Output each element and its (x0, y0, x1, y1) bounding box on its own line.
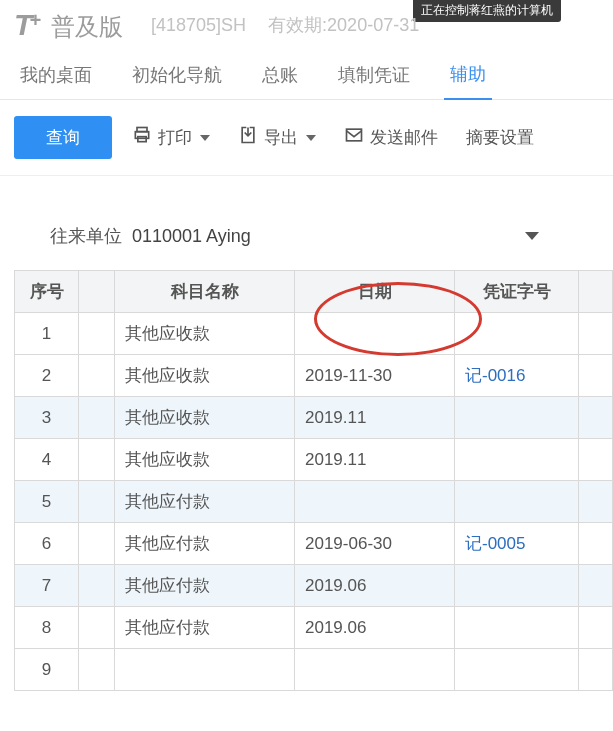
cell-name: 其他应付款 (115, 565, 295, 607)
cell-gap (79, 607, 115, 649)
cell-gap (79, 523, 115, 565)
cell-voucher (455, 607, 579, 649)
cell-voucher (455, 313, 579, 355)
summary-label: 摘要设置 (466, 126, 534, 149)
brand-name: 普及版 (51, 11, 123, 43)
chevron-down-icon (306, 135, 316, 141)
cell-voucher (455, 565, 579, 607)
cell-date: 2019-11-30 (295, 355, 455, 397)
send-mail-label: 发送邮件 (370, 126, 438, 149)
cell-name: 其他应收款 (115, 355, 295, 397)
cell-edge (579, 355, 613, 397)
print-label: 打印 (158, 126, 192, 149)
send-mail-button[interactable]: 发送邮件 (336, 119, 446, 156)
tab-auxiliary[interactable]: 辅助 (444, 50, 492, 100)
col-date[interactable]: 日期 (295, 271, 455, 313)
cell-name: 其他应收款 (115, 439, 295, 481)
table-row[interactable]: 9 (15, 649, 613, 691)
table-row[interactable]: 1其他应收款 (15, 313, 613, 355)
brand-logo: T + 普及版 (14, 8, 123, 43)
summary-setting-button[interactable]: 摘要设置 (458, 120, 542, 155)
cell-voucher[interactable]: 记-0005 (455, 523, 579, 565)
col-gap (79, 271, 115, 313)
cell-seq: 6 (15, 523, 79, 565)
tab-init-guide[interactable]: 初始化导航 (126, 51, 228, 99)
cell-date: 2019.06 (295, 607, 455, 649)
cell-gap (79, 481, 115, 523)
cell-seq: 2 (15, 355, 79, 397)
mail-icon (344, 125, 364, 150)
cell-voucher (455, 439, 579, 481)
chevron-down-icon (200, 135, 210, 141)
table-row[interactable]: 7其他应付款2019.06 (15, 565, 613, 607)
cell-date: 2019.11 (295, 439, 455, 481)
cell-date: 2019.11 (295, 397, 455, 439)
cell-date: 2019.06 (295, 565, 455, 607)
svg-rect-3 (347, 129, 362, 141)
print-button[interactable]: 打印 (124, 119, 218, 156)
cell-edge (579, 439, 613, 481)
tab-desktop[interactable]: 我的桌面 (14, 51, 98, 99)
filter-row: 往来单位 0110001 Aying (0, 176, 613, 262)
table-row[interactable]: 5其他应付款 (15, 481, 613, 523)
cell-seq: 1 (15, 313, 79, 355)
cell-seq: 5 (15, 481, 79, 523)
voucher-link[interactable]: 记-0005 (465, 534, 525, 553)
col-name[interactable]: 科目名称 (115, 271, 295, 313)
cell-gap (79, 397, 115, 439)
export-label: 导出 (264, 126, 298, 149)
cell-seq: 7 (15, 565, 79, 607)
chevron-down-icon[interactable] (525, 232, 539, 240)
table-row[interactable]: 2其他应收款2019-11-30记-0016 (15, 355, 613, 397)
cell-name: 其他应付款 (115, 481, 295, 523)
cell-name: 其他应付款 (115, 523, 295, 565)
voucher-link[interactable]: 记-0016 (465, 366, 525, 385)
cell-seq: 4 (15, 439, 79, 481)
table-header-row: 序号 科目名称 日期 凭证字号 (15, 271, 613, 313)
cell-date (295, 481, 455, 523)
table-row[interactable]: 3其他应收款2019.11 (15, 397, 613, 439)
cell-date: 2019-06-30 (295, 523, 455, 565)
cell-name: 其他应收款 (115, 313, 295, 355)
col-seq[interactable]: 序号 (15, 271, 79, 313)
export-button[interactable]: 导出 (230, 119, 324, 156)
tab-general-ledger[interactable]: 总账 (256, 51, 304, 99)
cell-date (295, 649, 455, 691)
cell-edge (579, 649, 613, 691)
cell-seq: 9 (15, 649, 79, 691)
printer-icon (132, 125, 152, 150)
brand-plus: + (29, 9, 41, 32)
cell-voucher (455, 649, 579, 691)
toolbar: 查询 打印 导出 发送邮件 摘要设置 (0, 100, 613, 176)
cell-voucher (455, 397, 579, 439)
top-bar: T + 普及版 [418705]SH 有效期:2020-07-31 (0, 0, 613, 50)
cell-voucher[interactable]: 记-0016 (455, 355, 579, 397)
cell-edge (579, 481, 613, 523)
table-row[interactable]: 4其他应收款2019.11 (15, 439, 613, 481)
col-voucher[interactable]: 凭证字号 (455, 271, 579, 313)
table-row[interactable]: 8其他应付款2019.06 (15, 607, 613, 649)
cell-name: 其他应收款 (115, 397, 295, 439)
cell-gap (79, 439, 115, 481)
cell-seq: 3 (15, 397, 79, 439)
nav-tabs: 我的桌面 初始化导航 总账 填制凭证 辅助 (0, 50, 613, 100)
query-button[interactable]: 查询 (14, 116, 112, 159)
valid-through: 有效期:2020-07-31 (268, 13, 419, 37)
cell-seq: 8 (15, 607, 79, 649)
table-row[interactable]: 6其他应付款2019-06-30记-0005 (15, 523, 613, 565)
filter-label: 往来单位 (50, 224, 122, 248)
filter-value[interactable]: 0110001 Aying (132, 226, 251, 247)
cell-edge (579, 607, 613, 649)
cell-gap (79, 313, 115, 355)
export-icon (238, 125, 258, 150)
cell-name (115, 649, 295, 691)
cell-gap (79, 649, 115, 691)
cell-voucher (455, 481, 579, 523)
col-edge (579, 271, 613, 313)
cell-date (295, 313, 455, 355)
cell-name: 其他应付款 (115, 607, 295, 649)
org-code: [418705]SH (151, 15, 246, 36)
cell-edge (579, 313, 613, 355)
cell-edge (579, 565, 613, 607)
tab-voucher-entry[interactable]: 填制凭证 (332, 51, 416, 99)
